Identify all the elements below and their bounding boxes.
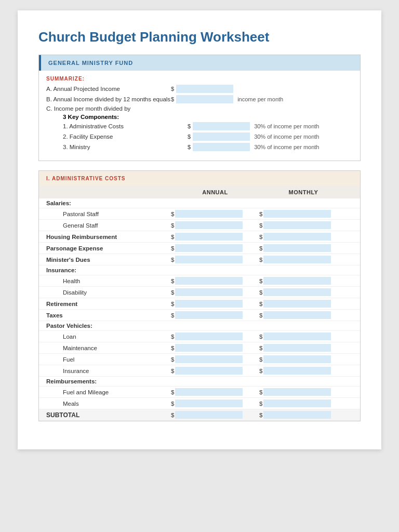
key-components-label: 3 Key Components: [46, 114, 353, 120]
row-b-note: income per month [237, 96, 283, 102]
general-staff-annual[interactable] [175, 221, 243, 229]
summary-row-b: B. Annual Income divided by 12 months eq… [46, 95, 353, 103]
component-2-label: 2. Facility Expense [63, 134, 188, 140]
row-b-input[interactable] [176, 95, 233, 103]
maintenance-monthly[interactable] [263, 344, 331, 352]
page-title: Church Budget Planning Worksheet [38, 29, 361, 45]
fuel-row: Fuel $ $ [39, 354, 360, 365]
component-2-input[interactable] [193, 132, 250, 141]
taxes-annual[interactable] [175, 311, 243, 319]
general-fund-header: GENERAL MINISTRY FUND [39, 55, 360, 71]
taxes-monthly[interactable] [263, 311, 331, 319]
salaries-group-label: Salaries: [39, 198, 360, 208]
disability-row: Disability $ $ [39, 287, 360, 298]
component-1-note: 30% of income per month [254, 123, 319, 129]
col-annual-header: ANNUAL [171, 189, 259, 195]
subtotal-annual[interactable] [175, 411, 243, 419]
housing-reimbursement-row: Housing Reimbursement $ $ [39, 231, 360, 243]
fuel-mileage-annual[interactable] [175, 388, 243, 396]
retirement-row: Retirement $ $ [39, 298, 360, 310]
fuel-mileage-row: Fuel and Mileage $ $ [39, 387, 360, 398]
admin-costs-section: I. ADMINISTRATIVE COSTS ANNUAL MONTHLY S… [38, 170, 361, 421]
general-staff-row: General Staff $ $ [39, 220, 360, 231]
retirement-monthly[interactable] [263, 300, 331, 308]
housing-annual[interactable] [175, 233, 243, 241]
ministers-dues-monthly[interactable] [263, 256, 331, 263]
fuel-mileage-monthly[interactable] [263, 388, 331, 396]
pastor-vehicles-group-label: Pastor Vehicles: [39, 321, 360, 331]
table-header: ANNUAL MONTHLY [39, 186, 360, 198]
component-3-note: 30% of income per month [254, 144, 319, 150]
meals-monthly[interactable] [263, 400, 331, 407]
insurance-vehicle-monthly[interactable] [263, 367, 331, 375]
component-2-note: 30% of income per month [254, 134, 319, 140]
subtotal-monthly[interactable] [263, 411, 331, 419]
health-monthly[interactable] [263, 277, 331, 285]
reimbursements-group-label: Reimbursements: [39, 377, 360, 387]
maintenance-row: Maintenance $ $ [39, 342, 360, 354]
component-1-label: 1. Administrative Costs [63, 123, 188, 129]
loan-annual[interactable] [175, 332, 243, 340]
component-3-input[interactable] [193, 143, 250, 151]
component-3-row: 3. Ministry $ 30% of income per month [46, 143, 353, 151]
row-a-label: A. Annual Projected Income [46, 86, 171, 92]
pastoral-staff-annual[interactable] [175, 210, 243, 218]
maintenance-annual[interactable] [175, 344, 243, 352]
component-1-row: 1. Administrative Costs $ 30% of income … [46, 122, 353, 130]
insurance-vehicle-annual[interactable] [175, 367, 243, 375]
admin-costs-header: I. ADMINISTRATIVE COSTS [39, 171, 360, 186]
subtotal-row: SUBTOTAL $ $ [39, 409, 360, 421]
health-row: Health $ $ [39, 275, 360, 287]
insurance-vehicle-row: Insurance $ $ [39, 365, 360, 377]
pastoral-staff-row: Pastoral Staff $ $ [39, 208, 360, 220]
component-2-row: 2. Facility Expense $ 30% of income per … [46, 132, 353, 141]
housing-monthly[interactable] [263, 233, 331, 241]
health-annual[interactable] [175, 277, 243, 285]
row-c-label: C. Income per month divided by [46, 105, 171, 112]
retirement-annual[interactable] [175, 300, 243, 308]
loan-monthly[interactable] [263, 332, 331, 340]
ministers-dues-annual[interactable] [175, 256, 243, 263]
insurance-group-label: Insurance: [39, 265, 360, 275]
component-1-input[interactable] [193, 122, 250, 130]
parsonage-annual[interactable] [175, 244, 243, 252]
loan-row: Loan $ $ [39, 331, 360, 342]
summarize-block: SUMMARIZE: A. Annual Projected Income $ … [39, 71, 360, 161]
row-b-label: B. Annual Income divided by 12 months eq… [46, 96, 171, 102]
parsonage-row: Parsonage Expense $ $ [39, 243, 360, 254]
taxes-row: Taxes $ $ [39, 310, 360, 321]
meals-annual[interactable] [175, 400, 243, 407]
fuel-annual[interactable] [175, 355, 243, 363]
parsonage-monthly[interactable] [263, 244, 331, 252]
general-fund-section: GENERAL MINISTRY FUND SUMMARIZE: A. Annu… [38, 55, 361, 161]
disability-annual[interactable] [175, 288, 243, 296]
pastoral-staff-monthly[interactable] [263, 210, 331, 218]
meals-row: Meals $ $ [39, 398, 360, 409]
fuel-monthly[interactable] [263, 355, 331, 363]
summarize-label: SUMMARIZE: [46, 76, 353, 82]
summary-row-a: A. Annual Projected Income $ [46, 85, 353, 93]
summary-row-c: C. Income per month divided by [46, 105, 353, 112]
row-a-input[interactable] [176, 85, 233, 93]
page-container: Church Budget Planning Worksheet GENERAL… [18, 10, 381, 449]
general-staff-monthly[interactable] [263, 221, 331, 229]
ministers-dues-row: Minister's Dues $ $ [39, 254, 360, 265]
component-3-label: 3. Ministry [63, 144, 188, 150]
col-monthly-header: MONTHLY [259, 189, 348, 195]
disability-monthly[interactable] [263, 288, 331, 296]
